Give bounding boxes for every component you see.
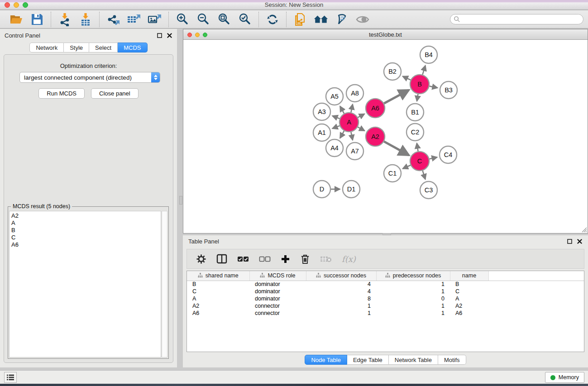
mcds-result-item[interactable]: A: [11, 219, 161, 227]
close-panel-button[interactable]: Close panel: [91, 88, 139, 99]
table-cell[interactable]: A: [187, 295, 249, 302]
add-column-button[interactable]: [281, 254, 290, 264]
graph-node-A3[interactable]: A3: [313, 103, 330, 120]
graph-node-A[interactable]: A: [339, 113, 359, 132]
tab-network-table[interactable]: Network Table: [389, 355, 438, 365]
table-cell[interactable]: dominator: [249, 288, 306, 295]
graph-edge-A-A2[interactable]: [358, 127, 364, 131]
graph-edge-C-C2[interactable]: [417, 143, 418, 152]
table-cell[interactable]: dominator: [249, 281, 306, 288]
graph-node-C[interactable]: C: [410, 152, 429, 171]
tab-node-table[interactable]: Node Table: [305, 355, 347, 365]
graph-node-B2[interactable]: B2: [384, 63, 401, 80]
mcds-result-item[interactable]: A6: [11, 241, 161, 248]
table-cell[interactable]: 1: [306, 302, 376, 310]
import-network-button[interactable]: [57, 12, 72, 27]
mcds-result-scrollbar[interactable]: [162, 211, 167, 357]
graph-edge-A-A4[interactable]: [340, 131, 344, 138]
resize-grip-icon[interactable]: [581, 226, 587, 233]
table-cell[interactable]: 1: [376, 288, 450, 295]
home-button[interactable]: [314, 12, 328, 27]
mcds-result-list[interactable]: A2ABCA6: [9, 211, 161, 357]
delete-table-button[interactable]: [320, 255, 332, 263]
table-cell[interactable]: 1: [376, 302, 450, 310]
column-header-shared-name[interactable]: shared name: [187, 271, 249, 281]
run-mcds-button[interactable]: Run MCDS: [38, 88, 85, 99]
graph-node-A5[interactable]: A5: [326, 88, 343, 105]
table-cell[interactable]: [488, 310, 584, 317]
table-cell[interactable]: 4: [306, 288, 376, 295]
export-image-button[interactable]: [148, 12, 162, 27]
mcds-result-item[interactable]: C: [11, 234, 161, 241]
zoom-out-button[interactable]: [196, 12, 210, 27]
network-graph[interactable]: B4B2BB3A8A5A6A3B1AA1C2A2A4A7C4CC1DD1C3: [183, 40, 588, 233]
table-cell[interactable]: A6: [450, 310, 488, 317]
table-cell[interactable]: 1: [306, 310, 376, 317]
select-all-button[interactable]: [237, 256, 249, 262]
table-cell[interactable]: [488, 295, 584, 302]
tab-select[interactable]: Select: [89, 43, 118, 52]
task-history-button[interactable]: [4, 372, 17, 383]
graph-edge-A6-B[interactable]: [384, 90, 409, 104]
table-cell[interactable]: B: [187, 281, 249, 288]
zoom-in-button[interactable]: [175, 12, 190, 27]
memory-button[interactable]: Memory: [545, 372, 584, 383]
graph-edge-B-B4[interactable]: [422, 66, 425, 75]
graph-node-C4[interactable]: C4: [440, 146, 457, 163]
graph-node-B3[interactable]: B3: [440, 81, 457, 99]
table-row[interactable]: Adominator80A: [187, 295, 584, 302]
node-table[interactable]: shared name MCDS role successor nodes pr…: [186, 271, 584, 352]
delete-column-button[interactable]: [300, 254, 310, 264]
graph-node-A6[interactable]: A6: [366, 99, 385, 118]
open-session-button[interactable]: [9, 12, 24, 27]
graph-edge-A-A8[interactable]: [351, 104, 353, 112]
table-cell[interactable]: [488, 302, 584, 310]
graph-node-A4[interactable]: A4: [326, 139, 343, 157]
import-table-button[interactable]: [78, 12, 93, 27]
table-cell[interactable]: 8: [306, 295, 376, 302]
tab-network[interactable]: Network: [29, 43, 64, 52]
function-builder-button[interactable]: f(x): [342, 254, 356, 264]
table-cell[interactable]: B: [450, 281, 488, 288]
table-cell[interactable]: dominator: [249, 295, 306, 302]
copy-document-button[interactable]: [293, 12, 307, 27]
table-cell[interactable]: A6: [187, 310, 249, 317]
table-cell[interactable]: connector: [249, 302, 306, 310]
deselect-all-button[interactable]: [259, 256, 271, 262]
hide-graphics-details-button[interactable]: [335, 12, 349, 27]
splitter-handle-vertical[interactable]: [179, 196, 182, 205]
graph-edge-A2-C[interactable]: [384, 142, 409, 155]
search-field[interactable]: [450, 14, 583, 24]
graph-edge-B-B1[interactable]: [417, 94, 418, 101]
zoom-fit-button[interactable]: [217, 12, 231, 27]
close-panel-icon[interactable]: [167, 33, 172, 38]
mcds-result-item[interactable]: B: [11, 227, 161, 234]
table-cell[interactable]: [488, 281, 584, 288]
table-cell[interactable]: 1: [376, 281, 450, 288]
graph-node-A7[interactable]: A7: [346, 143, 363, 160]
search-input[interactable]: [460, 15, 583, 24]
zoom-selected-button[interactable]: [238, 12, 252, 27]
export-network-button[interactable]: [106, 12, 120, 27]
graph-edge-B-B2[interactable]: [403, 76, 411, 80]
table-row[interactable]: A6connector11A6: [187, 310, 584, 317]
graph-edge-B-B3[interactable]: [430, 86, 438, 88]
table-row[interactable]: Cdominator41C: [187, 288, 584, 295]
graph-node-B4[interactable]: B4: [420, 46, 437, 63]
table-header-row[interactable]: shared name MCDS role successor nodes pr…: [187, 271, 584, 281]
tab-mcds[interactable]: MCDS: [118, 43, 147, 52]
tab-style[interactable]: Style: [64, 43, 89, 52]
graph-node-C3[interactable]: C3: [420, 181, 437, 199]
column-header-predecessor-nodes[interactable]: predecessor nodes: [376, 271, 450, 281]
network-zoom-button[interactable]: [203, 33, 207, 37]
graph-node-C2[interactable]: C2: [406, 124, 424, 141]
graph-node-D1[interactable]: D1: [343, 181, 360, 198]
table-cell[interactable]: C: [187, 288, 249, 295]
graph-node-D[interactable]: D: [313, 181, 330, 198]
table-row[interactable]: A2connector11A2: [187, 302, 584, 310]
tab-edge-table[interactable]: Edge Table: [347, 355, 389, 365]
table-cell[interactable]: C: [450, 288, 488, 295]
criterion-dropdown[interactable]: largest connected component (directed): [19, 72, 160, 83]
column-header-successor-nodes[interactable]: successor nodes: [306, 271, 376, 281]
table-cell[interactable]: A2: [187, 302, 249, 310]
